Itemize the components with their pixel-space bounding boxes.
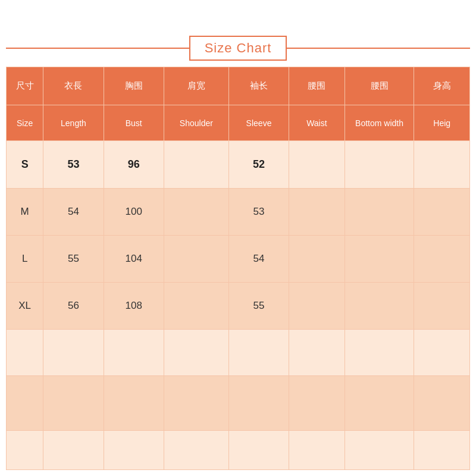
cell-length: 53 — [43, 140, 104, 188]
cell-sleeve: 54 — [228, 235, 289, 282]
zh-sleeve: 袖长 — [228, 67, 289, 105]
en-bottomwidth: Bottom width — [345, 105, 414, 141]
cell-sleeve: 55 — [228, 282, 289, 329]
header-row-en: Size Length Bust Shoulder Sleeve Waist B… — [7, 105, 470, 141]
page-title: Size Chart — [205, 40, 272, 55]
cell-height — [414, 235, 470, 282]
empty-row-1 — [7, 329, 470, 376]
en-bust: Bust — [104, 105, 164, 141]
cell-waist — [289, 140, 345, 188]
zh-length: 衣長 — [43, 67, 104, 105]
cell-bottomwidth — [345, 189, 414, 236]
cell-bottomwidth — [345, 282, 414, 329]
cell-waist — [289, 282, 345, 329]
cell-size: M — [7, 189, 43, 236]
title-area: Size Chart — [6, 36, 470, 61]
size-chart-table: 尺寸 衣長 胸围 肩宽 袖长 腰围 腰围 身高 Size Length Bust… — [6, 67, 470, 470]
cell-bust: 108 — [104, 282, 164, 329]
en-sleeve: Sleeve — [228, 105, 289, 141]
cell-bottomwidth — [345, 235, 414, 282]
cell-bust: 104 — [104, 235, 164, 282]
cell-waist — [289, 235, 345, 282]
zh-height: 身高 — [414, 67, 470, 105]
cell-height — [414, 282, 470, 329]
en-shoulder: Shoulder — [164, 105, 228, 141]
en-waist: Waist — [289, 105, 345, 141]
table-row: L5510454 — [7, 235, 470, 282]
table-row: M5410053 — [7, 189, 470, 236]
cell-bust: 100 — [104, 189, 164, 236]
page-wrapper: Size Chart 尺寸 衣長 胸围 肩宽 袖长 腰围 腰围 身高 — [0, 0, 476, 476]
cell-size: L — [7, 235, 43, 282]
cell-bust: 96 — [104, 140, 164, 188]
cell-shoulder — [164, 140, 228, 188]
header-row-zh: 尺寸 衣長 胸围 肩宽 袖长 腰围 腰围 身高 — [7, 67, 470, 105]
title-box: Size Chart — [189, 36, 287, 61]
cell-length: 55 — [43, 235, 104, 282]
cell-length: 56 — [43, 282, 104, 329]
title-line-right — [287, 48, 470, 49]
cell-shoulder — [164, 235, 228, 282]
title-line-left — [6, 48, 189, 49]
empty-row-3 — [7, 431, 470, 470]
table-row: XL5610855 — [7, 282, 470, 329]
table-row: S539652 — [7, 140, 470, 188]
cell-size: XL — [7, 282, 43, 329]
cell-waist — [289, 189, 345, 236]
cell-bottomwidth — [345, 140, 414, 188]
zh-bust: 胸围 — [104, 67, 164, 105]
en-size: Size — [7, 105, 43, 141]
cell-sleeve: 53 — [228, 189, 289, 236]
cell-length: 54 — [43, 189, 104, 236]
cell-height — [414, 140, 470, 188]
zh-size: 尺寸 — [7, 67, 43, 105]
en-height: Heig — [414, 105, 470, 141]
cell-size: S — [7, 140, 43, 188]
cell-sleeve: 52 — [228, 140, 289, 188]
zh-bottomwidth: 腰围 — [345, 67, 414, 105]
cell-height — [414, 189, 470, 236]
cell-shoulder — [164, 189, 228, 236]
zh-waist: 腰围 — [289, 67, 345, 105]
en-length: Length — [43, 105, 104, 141]
zh-shoulder: 肩宽 — [164, 67, 228, 105]
empty-row-2 — [7, 376, 470, 431]
cell-shoulder — [164, 282, 228, 329]
